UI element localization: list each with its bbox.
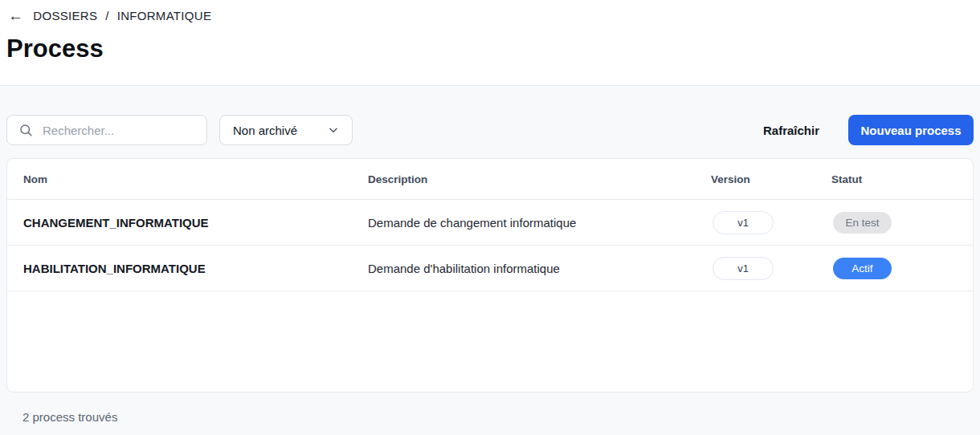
column-header-description: Description [368, 173, 711, 185]
archive-filter-value: Non archivé [233, 124, 297, 137]
breadcrumb-dossiers[interactable]: DOSSIERS [33, 9, 97, 22]
search-input[interactable] [6, 115, 207, 145]
archive-filter-dropdown[interactable]: Non archivé [219, 115, 353, 145]
breadcrumb-informatique: INFORMATIQUE [117, 9, 211, 22]
search-icon [18, 123, 33, 137]
chevron-down-icon [328, 124, 339, 136]
new-process-button[interactable]: Nouveau process [848, 115, 974, 145]
version-pill: v1 [713, 257, 774, 280]
process-description: Demande d'habilitation informatique [368, 262, 711, 275]
process-status-cell: Actif [831, 258, 973, 279]
status-badge: Actif [833, 258, 892, 279]
process-version-cell: v1 [711, 211, 831, 234]
version-pill: v1 [713, 211, 774, 234]
process-table-card: Nom Description Version Statut CHANGEMEN… [6, 158, 974, 392]
results-count: 2 process trouvés [6, 410, 974, 424]
column-header-version: Version [711, 173, 831, 185]
refresh-button[interactable]: Rafraîchir [762, 117, 821, 144]
toolbar: Non archivé Rafraîchir Nouveau process [6, 86, 974, 145]
main-content: Non archivé Rafraîchir Nouveau process N… [0, 86, 980, 435]
page-title: Process [6, 34, 972, 64]
process-version-cell: v1 [711, 257, 831, 280]
column-header-nom: Nom [7, 173, 368, 185]
table-header-row: Nom Description Version Statut [7, 159, 973, 200]
process-name: CHANGEMENT_INFORMATIQUE [7, 216, 368, 230]
column-header-statut: Statut [831, 173, 973, 185]
breadcrumb-separator: / [105, 9, 108, 22]
page-header: ← DOSSIERS / INFORMATIQUE Process [0, 0, 980, 86]
process-status-cell: En test [831, 212, 973, 234]
process-name: HABILITATION_INFORMATIQUE [7, 262, 368, 275]
process-description: Demande de changement informatique [368, 216, 711, 230]
table-row[interactable]: CHANGEMENT_INFORMATIQUE Demande de chang… [7, 200, 973, 246]
search-box [6, 115, 207, 145]
breadcrumb: ← DOSSIERS / INFORMATIQUE [8, 8, 972, 23]
back-arrow-icon[interactable]: ← [8, 8, 23, 23]
table-row[interactable]: HABILITATION_INFORMATIQUE Demande d'habi… [7, 246, 973, 291]
status-badge: En test [833, 212, 892, 234]
